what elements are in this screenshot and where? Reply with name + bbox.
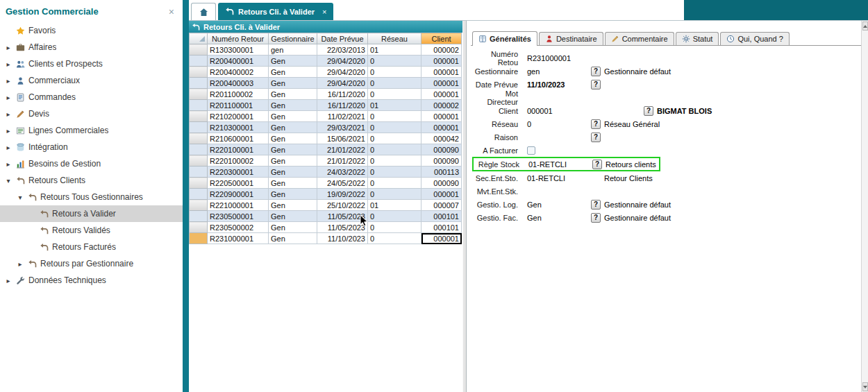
table-row[interactable]: R210200001Gen11/02/20210000001 (190, 111, 462, 122)
tab-retours-cli-a-valider[interactable]: Retours Cli. à Valider × (218, 3, 333, 20)
row-selector[interactable] (190, 155, 208, 167)
grid-cell[interactable]: Gen (269, 178, 317, 189)
grid-cell[interactable]: R221000001 (208, 200, 269, 211)
grid-cell[interactable]: 000002 (422, 100, 462, 111)
chevron-down-icon[interactable] (4, 177, 12, 185)
sidebar-splitter[interactable] (183, 0, 189, 392)
sidebar-item-besoins-de-gestion[interactable]: Besoins de Gestion (0, 155, 183, 172)
grid-cell[interactable]: 0 (368, 189, 422, 200)
grid-cell[interactable]: R210200001 (208, 111, 269, 122)
field-value[interactable]: 01-RETCLI (528, 160, 592, 169)
grid-cell[interactable]: 16/11/2020 (317, 100, 368, 111)
chevron-right-icon[interactable] (4, 277, 12, 284)
grid-cell[interactable]: 000113 (422, 167, 462, 178)
grid-cell[interactable]: 11/05/2023 (317, 222, 368, 233)
grid-cell[interactable]: 000002 (422, 44, 462, 56)
sidebar-close-icon[interactable]: × (169, 8, 174, 15)
row-selector[interactable] (190, 122, 208, 133)
row-selector[interactable] (190, 200, 208, 211)
grid-cell[interactable]: 000001 (422, 189, 462, 200)
grid-cell[interactable]: gen (269, 44, 317, 56)
row-selector[interactable] (190, 44, 208, 56)
sidebar-item-commerciaux[interactable]: Commerciaux (0, 72, 183, 89)
field-value[interactable]: 11/10/2023 (527, 80, 591, 89)
help-button[interactable]: ? (592, 160, 602, 169)
sidebar-item-retours-valides[interactable]: Retours Validés (0, 222, 183, 239)
help-button[interactable]: ? (591, 133, 601, 142)
chevron-right-icon[interactable] (4, 160, 12, 168)
grid-cell[interactable]: 01 (368, 44, 422, 56)
sidebar-item-retours-factures[interactable]: Retours Facturés (0, 239, 183, 255)
grid-cell[interactable]: 21/01/2022 (317, 144, 368, 155)
grid-cell[interactable]: R210300001 (208, 122, 269, 133)
grid-cell[interactable]: 000090 (422, 155, 462, 167)
row-selector[interactable] (190, 133, 208, 144)
table-row[interactable]: R130300001gen22/03/201301000002 (190, 44, 462, 56)
grid-cell[interactable]: R230500001 (208, 211, 269, 222)
field-value[interactable]: R231000001 (527, 54, 591, 62)
chevron-right-icon[interactable] (4, 94, 12, 101)
grid-cell[interactable]: 0 (368, 222, 422, 233)
grid-cell[interactable]: 24/05/2022 (317, 178, 368, 189)
grid-cell[interactable]: 000101 (422, 222, 462, 233)
sidebar-item-integration[interactable]: Intégration (0, 139, 183, 155)
sidebar-item-retours-clients[interactable]: Retours Clients (0, 172, 183, 189)
grid-cell[interactable]: R200400003 (208, 78, 269, 89)
row-selector[interactable] (190, 222, 208, 233)
grid-cell[interactable]: 29/03/2021 (317, 122, 368, 133)
help-button[interactable]: ? (591, 119, 601, 129)
grid-cell[interactable]: 19/09/2022 (317, 189, 368, 200)
grid-cell[interactable]: Gen (269, 211, 317, 222)
grid-column-header-date-prevue[interactable]: Date Prévue (317, 33, 368, 44)
grid-cell[interactable]: 24/03/2022 (317, 167, 368, 178)
grid-cell[interactable]: 0 (368, 178, 422, 189)
table-row[interactable]: R230500001Gen11/05/20230000101 (190, 211, 462, 222)
row-selector[interactable] (190, 56, 208, 67)
row-selector[interactable] (190, 89, 208, 100)
grid-cell[interactable]: Gen (269, 89, 317, 100)
grid-cell[interactable]: R220500001 (208, 178, 269, 189)
tab-home[interactable] (191, 3, 216, 20)
grid-cell[interactable]: Gen (269, 78, 317, 89)
grid-cell[interactable]: 000001 (422, 122, 462, 133)
field-value[interactable]: 01-RETCLI (527, 174, 591, 182)
scroll-down-button[interactable] (862, 382, 868, 391)
chevron-right-icon[interactable] (4, 110, 12, 118)
grid-cell[interactable]: 000001 (422, 233, 462, 244)
grid-cell[interactable]: 16/11/2020 (317, 89, 368, 100)
chevron-down-icon[interactable] (16, 194, 24, 201)
table-row[interactable]: R221000001Gen25/10/202201000007 (190, 200, 462, 211)
tab-destinataire[interactable]: Destinataire (539, 32, 603, 45)
row-selector[interactable] (190, 78, 208, 89)
grid-cell[interactable]: Gen (269, 189, 317, 200)
sidebar-item-lignes-commerciales[interactable]: Lignes Commerciales (0, 122, 183, 139)
a-facturer-checkbox[interactable] (527, 146, 535, 155)
help-button[interactable]: ? (591, 80, 601, 90)
table-row[interactable]: R200400003Gen29/04/20200000001 (190, 78, 462, 89)
grid-cell[interactable]: 29/04/2020 (317, 67, 368, 78)
grid-cell[interactable]: 22/03/2013 (317, 44, 368, 56)
sidebar-item-retours-tous-gestionnaires[interactable]: Retours Tous Gestionnaires (0, 189, 183, 205)
field-value[interactable]: 000001 (527, 107, 644, 115)
grid-cell[interactable]: 0 (368, 89, 422, 100)
scroll-up-button[interactable] (862, 22, 868, 31)
row-selector[interactable] (190, 233, 208, 244)
table-row[interactable]: R230500002Gen11/05/20230000101 (190, 222, 462, 233)
grid-cell[interactable]: 000042 (422, 133, 462, 144)
grid-cell[interactable]: R210600001 (208, 133, 269, 144)
grid-column-header-reseau[interactable]: Réseau (368, 33, 422, 44)
chevron-right-icon[interactable] (4, 77, 12, 85)
grid-cell[interactable]: Gen (269, 233, 317, 244)
sidebar-item-affaires[interactable]: Affaires (0, 39, 183, 56)
row-selector[interactable] (190, 100, 208, 111)
grid-cell[interactable]: 000007 (422, 200, 462, 211)
sidebar-item-retours-a-valider[interactable]: Retours à Valider (0, 205, 183, 222)
grid-cell[interactable]: R200400001 (208, 56, 269, 67)
tab-generalites[interactable]: Généralités (472, 31, 537, 46)
grid-cell[interactable]: R220100001 (208, 144, 269, 155)
row-selector[interactable] (190, 178, 208, 189)
table-row[interactable]: R201100001Gen16/11/202001000002 (190, 100, 462, 111)
grid-cell[interactable]: 0 (368, 133, 422, 144)
grid-cell[interactable]: Gen (269, 144, 317, 155)
table-row[interactable]: R220100002Gen21/01/20220000090 (190, 155, 462, 167)
